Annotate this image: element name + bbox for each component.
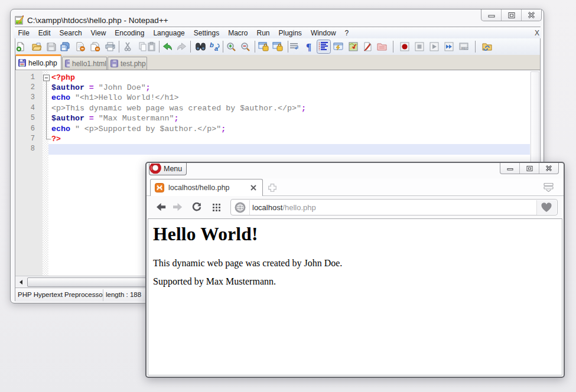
svg-text:a: a	[214, 45, 218, 51]
svg-text:b: b	[210, 42, 214, 48]
svg-text:REC: REC	[461, 47, 468, 50]
svg-text:¶: ¶	[306, 42, 311, 52]
